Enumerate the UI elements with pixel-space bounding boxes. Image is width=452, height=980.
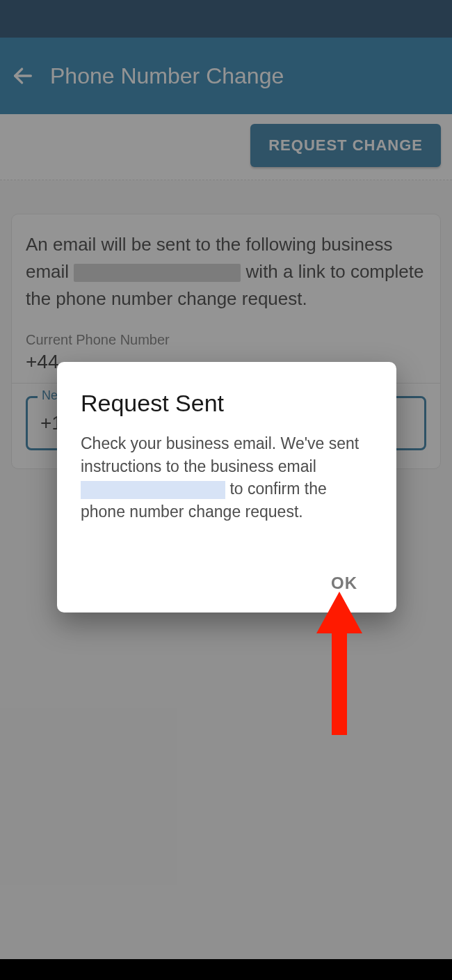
- redacted-email-dialog: [81, 481, 225, 499]
- ok-button[interactable]: OK: [316, 567, 373, 600]
- dialog-title: Request Sent: [81, 390, 373, 417]
- dialog-body-part1: Check your business email. We've sent in…: [81, 434, 359, 475]
- request-sent-dialog: Request Sent Check your business email. …: [57, 362, 396, 612]
- nav-bar-placeholder: [0, 959, 452, 980]
- dialog-actions: OK: [81, 567, 373, 600]
- dialog-body: Check your business email. We've sent in…: [81, 432, 373, 523]
- device-frame: Phone Number Change REQUEST CHANGE An em…: [0, 0, 452, 980]
